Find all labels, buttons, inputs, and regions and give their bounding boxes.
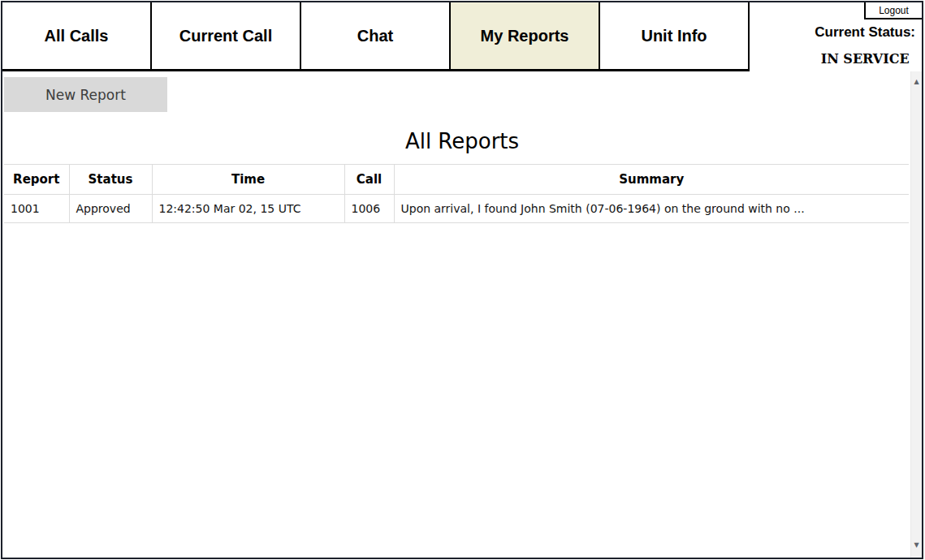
column-header-report: Report [4,165,69,195]
status-cell: Approved [69,195,152,223]
column-header-call: Call [344,165,394,195]
app-window: All Calls Current Call Chat My Reports U… [1,1,923,559]
table-row[interactable]: 1001 Approved 12:42:50 Mar 02, 15 UTC 10… [4,195,909,223]
current-status-value: IN SERVICE [815,51,915,67]
vertical-scrollbar[interactable]: ▲ ▼ [910,71,922,558]
header: All Calls Current Call Chat My Reports U… [2,2,922,71]
column-header-status: Status [69,165,152,195]
status-area: Logout Current Status: IN SERVICE [750,2,922,71]
column-header-time: Time [152,165,344,195]
main-content: New Report All Reports Report Status Tim… [2,77,922,223]
tab-my-reports[interactable]: My Reports [451,2,600,69]
tab-strip: All Calls Current Call Chat My Reports U… [2,2,750,71]
current-status-label: Current Status: [815,24,915,41]
tab-current-call[interactable]: Current Call [152,2,301,69]
logout-button[interactable]: Logout [864,2,922,19]
table-header-row: Report Status Time Call Summary [4,165,909,195]
column-header-summary: Summary [394,165,909,195]
report-id-cell: 1001 [4,195,69,223]
tab-all-calls[interactable]: All Calls [2,2,152,69]
tab-unit-info[interactable]: Unit Info [600,2,750,69]
current-status: Current Status: IN SERVICE [815,24,915,67]
call-id-cell: 1006 [344,195,394,223]
page-title: All Reports [2,129,922,153]
scroll-down-icon[interactable]: ▼ [911,542,922,549]
new-report-button[interactable]: New Report [4,77,167,112]
reports-table: Report Status Time Call Summary 1001 App… [4,164,909,223]
time-cell: 12:42:50 Mar 02, 15 UTC [152,195,344,223]
summary-cell: Upon arrival, I found John Smith (07-06-… [394,195,909,223]
tab-chat[interactable]: Chat [301,2,451,69]
scroll-up-icon[interactable]: ▲ [911,79,922,85]
